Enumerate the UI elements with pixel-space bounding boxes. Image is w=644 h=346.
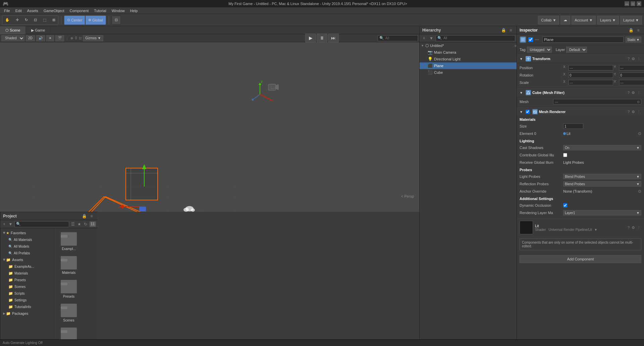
inspector-menu-icon[interactable]: ≡ bbox=[635, 27, 641, 33]
step-button[interactable]: ⏭ bbox=[328, 34, 339, 42]
effects-button[interactable]: 🎬 bbox=[55, 35, 64, 41]
mesh-filter-settings-button[interactable]: ⚙ bbox=[631, 91, 636, 95]
hier-scene[interactable]: ▼ ⬡ Untitled* ≡ bbox=[420, 42, 517, 49]
layer-dropdown[interactable]: Default bbox=[566, 47, 587, 53]
project-filter-button[interactable]: ☰ bbox=[70, 221, 75, 227]
file-example[interactable]: Exampl... bbox=[57, 231, 81, 252]
asset-presets[interactable]: 📁 Presets bbox=[0, 277, 54, 283]
menu-tutorial[interactable]: Tutorial bbox=[91, 7, 109, 14]
dynamic-occlusion-checkbox[interactable] bbox=[563, 203, 567, 207]
close-button[interactable]: ✕ bbox=[637, 1, 641, 6]
mesh-filter-menu-button[interactable]: ⋮ bbox=[636, 91, 641, 95]
rotate-tool[interactable]: ↻ bbox=[22, 16, 31, 24]
transform-settings-button[interactable]: ⚙ bbox=[631, 57, 636, 61]
scene-viewport[interactable]: y x bbox=[0, 42, 419, 212]
favorites-group[interactable]: ▶ ★ Favorites bbox=[0, 230, 54, 236]
project-add-sub-button[interactable]: ▼ bbox=[8, 221, 13, 227]
mesh-renderer-help-button[interactable]: ? bbox=[627, 110, 630, 114]
add-component-button[interactable]: Add Component bbox=[520, 255, 641, 263]
mesh-filter-help-button[interactable]: ? bbox=[627, 91, 630, 95]
light-probes-dropdown[interactable]: Blend Probes ▼ bbox=[563, 174, 641, 179]
scene-tab[interactable]: ⬡ Scene bbox=[0, 26, 26, 34]
menu-assets[interactable]: Assets bbox=[24, 7, 41, 14]
fav-models[interactable]: 🔍 All Models bbox=[0, 243, 54, 250]
mesh-filter-header[interactable]: ▼ Cube (Mesh Filter) ? ⚙ ⋮ bbox=[517, 88, 644, 97]
reflection-probes-dropdown[interactable]: Blend Probes ▼ bbox=[563, 181, 641, 187]
mesh-renderer-menu-button[interactable]: ⋮ bbox=[636, 110, 641, 114]
pause-button[interactable]: ⏸ bbox=[317, 34, 327, 42]
project-search-input[interactable] bbox=[22, 221, 67, 227]
position-y[interactable] bbox=[619, 65, 644, 70]
mesh-renderer-header[interactable]: ▼ Mesh Renderer ? ⚙ bbox=[517, 107, 644, 116]
rect-tool[interactable]: ⬚ bbox=[40, 16, 49, 24]
material-help-button[interactable]: ? bbox=[627, 226, 630, 230]
project-refresh-button[interactable]: ↻ bbox=[83, 221, 88, 227]
project-star-button[interactable]: ★ bbox=[77, 221, 82, 227]
project-lock-icon[interactable]: 🔒 bbox=[81, 213, 87, 219]
mesh-renderer-enabled-checkbox[interactable] bbox=[526, 110, 530, 114]
asset-settings[interactable]: 📁 Settings bbox=[0, 297, 54, 303]
menu-edit[interactable]: Edit bbox=[13, 7, 24, 14]
hand-tool[interactable]: ✋ bbox=[2, 16, 12, 24]
audio-button[interactable]: 🔊 bbox=[36, 35, 45, 41]
materials-size-field[interactable] bbox=[563, 123, 583, 129]
asset-materials[interactable]: 📁 Materials bbox=[0, 270, 54, 277]
hierarchy-menu-icon[interactable]: ≡ bbox=[508, 27, 514, 33]
account-button[interactable]: Account ▼ bbox=[572, 16, 596, 24]
material-menu-button[interactable]: ⋮ bbox=[636, 226, 641, 230]
maximize-button[interactable]: □ bbox=[631, 1, 635, 6]
menu-gameobject[interactable]: GameObject bbox=[41, 7, 67, 14]
file-presets[interactable]: Presets bbox=[57, 279, 81, 300]
shading-dropdown[interactable]: Shaded bbox=[1, 35, 24, 41]
packages-group[interactable]: ▶ 📁 Packages bbox=[0, 310, 54, 317]
static-button[interactable]: Static ▼ bbox=[626, 37, 641, 43]
rendering-layer-dropdown[interactable]: Layer1 ▼ bbox=[563, 210, 641, 215]
hierarchy-add-button[interactable]: + bbox=[421, 35, 427, 41]
assets-group[interactable]: ▶ 📁 Assets bbox=[0, 256, 54, 263]
position-x[interactable] bbox=[569, 65, 613, 70]
hierarchy-search-input[interactable] bbox=[443, 36, 514, 40]
asset-example[interactable]: 📁 ExampleAs... bbox=[0, 263, 54, 270]
gizmos-button[interactable]: Gizmos ▼ bbox=[83, 35, 103, 41]
game-tab[interactable]: ▶ Game bbox=[26, 26, 51, 34]
transform-help-button[interactable]: ? bbox=[627, 57, 630, 61]
hierarchy-add-sub-button[interactable]: ▼ bbox=[428, 35, 434, 41]
asset-scenes[interactable]: 📁 Scenes bbox=[0, 283, 54, 290]
scale-y[interactable] bbox=[619, 80, 644, 85]
menu-component[interactable]: Component bbox=[67, 7, 91, 14]
transform-header[interactable]: ▼ Transform ? ⚙ ⋮ bbox=[517, 54, 644, 63]
play-button[interactable]: ▶ bbox=[305, 34, 316, 42]
rotation-y[interactable] bbox=[619, 72, 644, 78]
rotation-x[interactable] bbox=[569, 72, 613, 78]
hier-cube[interactable]: ⬛ Cube bbox=[420, 69, 517, 76]
tag-dropdown[interactable]: Untagged bbox=[527, 47, 552, 53]
file-scenes[interactable]: Scenes bbox=[57, 302, 81, 324]
move-tool[interactable]: ✛ bbox=[13, 16, 21, 24]
hier-main-camera[interactable]: 📷 Main Camera bbox=[420, 49, 517, 56]
gameobject-name-field[interactable] bbox=[542, 37, 624, 43]
layers-button[interactable]: Layers ▼ bbox=[597, 16, 619, 24]
hier-directional-light[interactable]: 💡 Directional Light bbox=[420, 56, 517, 62]
contribute-gi-checkbox[interactable] bbox=[563, 153, 567, 157]
project-menu-icon[interactable]: ≡ bbox=[89, 213, 95, 219]
project-add-button[interactable]: + bbox=[2, 221, 7, 227]
menu-file[interactable]: File bbox=[1, 7, 13, 14]
layout-button[interactable]: Layout ▼ bbox=[620, 16, 642, 24]
snap-button[interactable]: ⊡ bbox=[112, 16, 121, 24]
menu-help[interactable]: Help bbox=[127, 7, 141, 14]
transform-tool[interactable]: ⊞ bbox=[50, 16, 58, 24]
scale-tool[interactable]: ⊡ bbox=[31, 16, 40, 24]
fav-prefabs[interactable]: 🔍 All Prefabs bbox=[0, 250, 54, 256]
menu-window[interactable]: Window bbox=[109, 7, 127, 14]
file-scripts[interactable]: Scripts bbox=[57, 326, 81, 341]
fav-materials[interactable]: 🔍 All Materials bbox=[0, 236, 54, 243]
cloud-button[interactable]: ☁ bbox=[560, 16, 570, 24]
inspector-lock-icon[interactable]: 🔒 bbox=[628, 27, 634, 33]
center-button[interactable]: ⊙ Center bbox=[64, 16, 85, 24]
mesh-renderer-settings-button[interactable]: ⚙ bbox=[631, 110, 636, 114]
lighting-button[interactable]: ☀ bbox=[46, 35, 54, 41]
collab-button[interactable]: Collab ▼ bbox=[538, 16, 559, 24]
transform-menu-button[interactable]: ⋮ bbox=[636, 57, 641, 61]
2d-button[interactable]: 2D bbox=[26, 35, 35, 41]
minimize-button[interactable]: — bbox=[625, 1, 629, 6]
